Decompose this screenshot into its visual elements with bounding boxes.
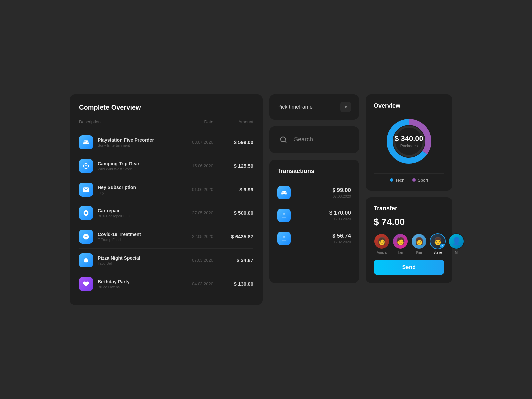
- legend-sport: Sport: [412, 178, 428, 183]
- tx-details: Birthday Party Bruce Owens: [98, 279, 130, 289]
- avatar-item[interactable]: 👤 M: [448, 233, 464, 254]
- search-icon: [277, 134, 289, 146]
- tx-details: Hey Subscription Hey: [98, 185, 136, 195]
- avatar-name: Kim: [416, 251, 422, 254]
- avatar-circle: 🧑: [392, 233, 408, 249]
- trans-icon: [277, 232, 291, 245]
- table-row: Birthday Party Bruce Owens 04.03.2020 $ …: [79, 272, 253, 296]
- tech-label: Tech: [395, 178, 404, 183]
- trans-date: 07.03.2020: [332, 194, 351, 198]
- tx-name: Playstation Five Preorder: [98, 137, 154, 143]
- table-row: Camping Trip Gear Wild Wild West Store 1…: [79, 154, 253, 178]
- transactions-list: Playstation Five Preorder Sony Entertain…: [79, 131, 253, 296]
- tx-details: Camping Trip Gear Wild Wild West Store: [98, 161, 139, 171]
- table-header: Description Date Amount: [79, 119, 253, 128]
- donut-center: $ 340.00 Packages: [395, 134, 423, 148]
- tx-date: 22.05.2020: [174, 234, 213, 239]
- tx-icon: [79, 230, 93, 244]
- trans-row: $ 56.74 06.02.2020: [277, 227, 351, 250]
- tx-icon: [79, 206, 93, 220]
- avatar-circle: 👤: [448, 233, 464, 249]
- tx-info: Car repair BBX Car repair LLC.: [79, 206, 174, 220]
- trans-row: $ 170.00 05.03.2020: [277, 204, 351, 227]
- overview-card: Complete Overview Description Date Amoun…: [70, 94, 263, 305]
- tx-sub: Wild Wild West Store: [98, 167, 139, 171]
- tx-date: 07.03.2020: [174, 258, 213, 263]
- selected-badge: ✓: [440, 244, 445, 248]
- trans-amount-block: $ 99.00 07.03.2020: [332, 187, 351, 198]
- tx-sub: Hey: [98, 191, 136, 195]
- timeframe-label: Pick timeframe: [277, 104, 313, 110]
- trans-amount-block: $ 56.74 06.02.2020: [332, 233, 351, 244]
- avatar-circle: 👩: [374, 233, 390, 249]
- tx-amount: $ 34.87: [213, 257, 253, 263]
- dashboard: Complete Overview Description Date Amoun…: [70, 94, 462, 305]
- avatar-name: Tan: [398, 251, 403, 254]
- sport-label: Sport: [418, 178, 428, 183]
- tx-sub: F Trump Fund: [98, 238, 141, 242]
- search-card[interactable]: Search: [269, 126, 359, 153]
- trans-icon: [277, 209, 291, 222]
- tx-amount: $ 599.00: [213, 139, 253, 145]
- legend-tech: Tech: [390, 178, 404, 183]
- trans-date: 06.02.2020: [332, 240, 351, 244]
- tx-details: Car repair BBX Car repair LLC.: [98, 208, 131, 218]
- tx-icon: [79, 277, 93, 291]
- avatar-item[interactable]: 👩 Kim: [411, 233, 427, 254]
- search-placeholder: Search: [294, 136, 313, 143]
- tx-name: Covid-19 Treatment: [98, 232, 141, 237]
- avatars-row: 👩 Amara 🧑 Tan 👩 Kim 👨 ✓ Steve 👤 M: [374, 233, 444, 254]
- tx-amount: $ 125.59: [213, 163, 253, 169]
- tx-name: Camping Trip Gear: [98, 161, 139, 166]
- avatar-item[interactable]: 🧑 Tan: [392, 233, 408, 254]
- tx-date: 15.06.2020: [174, 163, 213, 168]
- avatar-name: M: [455, 251, 458, 254]
- transfer-title: Transfer: [374, 205, 444, 212]
- tx-amount: $ 130.00: [213, 281, 253, 287]
- col-description: Description: [79, 119, 174, 124]
- chevron-down-icon[interactable]: ▾: [340, 102, 351, 112]
- table-row: Pizza Night Special Taco Bell 07.03.2020…: [79, 249, 253, 272]
- trans-amount-block: $ 170.00 05.03.2020: [329, 210, 351, 221]
- transfer-card: Transfer $ 74.00 👩 Amara 🧑 Tan 👩 Kim 👨 ✓…: [366, 197, 452, 283]
- trans-icon: [277, 186, 291, 199]
- tx-amount: $ 6435.87: [213, 234, 253, 239]
- avatar-name: Amara: [377, 251, 386, 254]
- tx-icon: [79, 135, 93, 149]
- tx-info: Pizza Night Special Taco Bell: [79, 253, 174, 267]
- overview-title: Complete Overview: [79, 104, 253, 111]
- tech-dot: [390, 178, 393, 182]
- transactions-panel: Transactions $ 99.00 07.03.2020 $ 170.00…: [269, 160, 359, 283]
- avatar-item[interactable]: 👩 Amara: [374, 233, 390, 254]
- donut-amount: $ 340.00: [395, 134, 423, 143]
- tx-amount: $ 9.99: [213, 187, 253, 192]
- trans-date: 05.03.2020: [329, 217, 351, 221]
- tx-date: 27.05.2020: [174, 210, 213, 215]
- timeframe-picker[interactable]: Pick timeframe ▾: [269, 94, 359, 120]
- tx-date: 04.03.2020: [174, 281, 213, 286]
- send-button[interactable]: Send: [374, 260, 444, 275]
- trans-amount: $ 99.00: [332, 187, 351, 194]
- tx-icon: [79, 253, 93, 267]
- tx-name: Birthday Party: [98, 279, 130, 284]
- trans-list: $ 99.00 07.03.2020 $ 170.00 05.03.2020 $…: [277, 181, 351, 250]
- svg-line-1: [285, 141, 286, 142]
- tx-sub: BBX Car repair LLC.: [98, 214, 131, 218]
- tx-sub: Bruce Owens: [98, 285, 130, 289]
- table-row: Hey Subscription Hey 01.06.2020 $ 9.99: [79, 178, 253, 201]
- transactions-title: Transactions: [277, 168, 351, 175]
- col-date: Date: [174, 119, 213, 124]
- tx-sub: Sony Entertainment: [98, 143, 154, 147]
- tx-date: 03.07.2020: [174, 140, 213, 145]
- transfer-amount: $ 74.00: [374, 217, 444, 227]
- avatar-item[interactable]: 👨 ✓ Steve: [430, 233, 446, 254]
- tx-icon: [79, 159, 93, 173]
- col-amount: Amount: [213, 119, 253, 124]
- trans-amount: $ 170.00: [329, 210, 351, 216]
- table-row: Car repair BBX Car repair LLC. 27.05.202…: [79, 201, 253, 225]
- tx-info: Covid-19 Treatment F Trump Fund: [79, 230, 174, 244]
- tx-info: Birthday Party Bruce Owens: [79, 277, 174, 291]
- tx-name: Car repair: [98, 208, 131, 213]
- avatar-circle: 👨 ✓: [430, 233, 446, 249]
- donut-card: Overview $ 340.00 Packages: [366, 94, 452, 191]
